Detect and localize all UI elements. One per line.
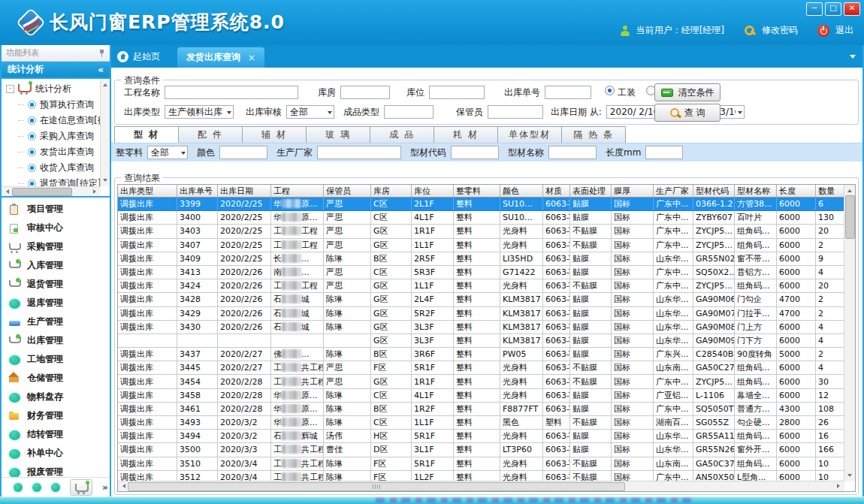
cell[interactable]: SQ50X2... [693, 265, 735, 279]
cell[interactable]: 10 [816, 457, 845, 470]
sidebar-item-采购管理[interactable]: 采购管理 [2, 237, 110, 256]
cell[interactable]: 陈琳 [324, 306, 371, 320]
cell[interactable]: 整料 [454, 265, 500, 279]
cell[interactable]: 严思 [324, 198, 371, 211]
cell[interactable]: 光身料 [500, 361, 543, 375]
column-header-长度[interactable]: 长度 [777, 185, 816, 198]
cell[interactable]: 勾企硬... [735, 416, 777, 430]
cell[interactable]: C区 [371, 388, 412, 402]
cell[interactable]: 国标 [612, 348, 654, 361]
table-row[interactable]: 调拨出库34612020/2/28华原...陈琳B区1R2F整料F8877FT6… [118, 402, 844, 415]
minimize-button[interactable]: ─ [806, 2, 823, 16]
cell[interactable]: 3437 [177, 348, 218, 361]
cell[interactable]: GA50C37 [693, 457, 735, 470]
radio-gongzhuang[interactable]: 工装 [605, 86, 636, 99]
cell[interactable]: 广东中... [654, 402, 693, 415]
filter-input[interactable] [451, 146, 499, 159]
cell[interactable]: 2020/2/25 [218, 198, 271, 211]
cell[interactable]: 0366-1.2 [693, 198, 735, 211]
cell[interactable]: 陈琳 [324, 416, 371, 430]
cell[interactable]: GA90M06. [693, 293, 735, 306]
cell[interactable]: 窗不带... [735, 252, 777, 265]
cell[interactable]: 组角码... [735, 430, 777, 443]
cell[interactable]: 2020/3/3 [218, 443, 271, 457]
cell[interactable]: 工工程 [271, 238, 324, 252]
cell[interactable]: C区 [371, 198, 412, 211]
cell[interactable]: 工工程 [271, 225, 324, 238]
cell[interactable]: 4L1F [412, 388, 454, 402]
cell[interactable]: 国标 [612, 279, 654, 293]
cell[interactable]: 整料 [454, 402, 500, 415]
cell[interactable]: 华原... [271, 211, 324, 225]
table-row[interactable]: 调拨出库34452020/2/27工共工程严思F区5R1F整料光身料6063-T… [118, 361, 844, 375]
cell[interactable]: 整料 [454, 293, 500, 306]
column-header-出库单号[interactable]: 出库单号 [177, 185, 218, 198]
cell[interactable]: PW05 [500, 348, 543, 361]
cell[interactable]: 6000 [777, 265, 816, 279]
cell[interactable]: 3L3F [412, 320, 454, 333]
close-button[interactable]: ✕ [844, 2, 860, 16]
cell[interactable]: 工共工程 [271, 443, 324, 457]
cell[interactable]: 3429 [177, 306, 218, 320]
cell[interactable]: 3424 [177, 279, 218, 293]
cell[interactable]: 华原... [271, 388, 324, 402]
cell[interactable]: C区 [371, 265, 412, 279]
cell[interactable]: 6063-T5 [543, 361, 570, 375]
product-type-input[interactable] [384, 105, 434, 119]
filter-input[interactable] [317, 146, 401, 159]
cell[interactable]: 严思 [324, 225, 371, 238]
cell[interactable]: 整料 [454, 320, 500, 333]
cell[interactable]: 20 [816, 279, 845, 293]
cell[interactable]: G区 [371, 375, 412, 388]
tree-item[interactable]: 发货出库查询 [3, 144, 100, 160]
cell[interactable]: 30 [816, 375, 845, 388]
cell[interactable]: 山东华... [654, 443, 693, 457]
table-row[interactable]: 调拨出库34132020/2/26南...严思C区5R3F整料G71422606… [118, 265, 844, 279]
table-row[interactable]: 调拨出库34542020/2/28工共工程严思G区1R1F整料光身料6063-T… [118, 375, 844, 388]
cell[interactable]: ZYCJP5... [693, 375, 735, 388]
cell[interactable]: 国标 [612, 211, 654, 225]
cell[interactable]: 南... [271, 265, 324, 279]
scrollbar-thumb[interactable] [12, 188, 72, 196]
cell[interactable]: 4L1F [412, 211, 454, 225]
overflow-chevron[interactable]: » [102, 482, 108, 493]
cell[interactable]: 调拨出库 [118, 348, 177, 361]
cell[interactable]: 6063-T5 [543, 211, 570, 225]
cell[interactable]: 3399 [177, 198, 218, 211]
cell[interactable]: 国标 [612, 388, 654, 402]
cell[interactable]: G区 [371, 279, 412, 293]
cell[interactable]: KLM3817 [500, 306, 543, 320]
close-tab-icon[interactable]: × [248, 53, 255, 63]
cell[interactable]: 2020/2/25 [218, 225, 271, 238]
cell[interactable]: 1R1F [412, 375, 454, 388]
tree-item[interactable]: 采购入库查询 [3, 128, 100, 144]
cell[interactable] [177, 333, 218, 347]
cell[interactable]: 陈琳 [324, 348, 371, 361]
cell[interactable]: 6063-T5 [543, 279, 570, 293]
sidebar-item-结转管理[interactable]: 结转管理 [2, 425, 110, 444]
cell[interactable]: LI35HD [500, 252, 543, 265]
cell[interactable]: 3413 [177, 265, 218, 279]
cell[interactable]: 组角码... [735, 225, 777, 238]
cell[interactable]: 门勾企 [735, 293, 777, 306]
cell[interactable]: 不贴膜 [570, 225, 612, 238]
cell[interactable]: 工共工程 [271, 457, 324, 470]
cell[interactable]: 调拨出库 [118, 443, 177, 457]
cell[interactable]: 塑料 [543, 416, 570, 430]
cell[interactable]: 整料 [454, 238, 500, 252]
cell[interactable]: G区 [371, 306, 412, 320]
cell[interactable]: 2020/3/4 [218, 470, 271, 481]
cell[interactable]: G区 [371, 293, 412, 306]
cell[interactable]: 2L1F [412, 198, 454, 211]
change-password-link[interactable]: 修改密码 [762, 24, 798, 37]
sidebar-item-入库管理[interactable]: 入库管理 [2, 256, 110, 275]
circle-icon[interactable] [14, 483, 23, 492]
cell[interactable]: 2 [816, 348, 845, 361]
cell[interactable]: 山东华... [654, 430, 693, 443]
filter-input[interactable] [645, 146, 683, 159]
cell[interactable]: 2800 [777, 416, 816, 430]
cell[interactable]: ZYCJP5... [693, 279, 735, 293]
cell[interactable]: 广东中... [654, 238, 693, 252]
cell[interactable] [118, 333, 177, 347]
cell[interactable]: 3400 [177, 211, 218, 225]
